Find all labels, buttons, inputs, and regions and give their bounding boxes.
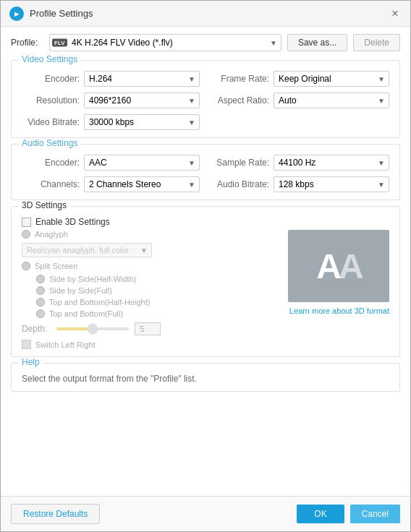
split-option-4-radio[interactable] bbox=[36, 309, 45, 318]
split-option-1-row: Side by Side(Half-Width) bbox=[36, 275, 281, 283]
video-settings-title: Video Settings bbox=[19, 54, 80, 64]
encoder-select[interactable]: H.264 bbox=[84, 71, 200, 87]
frame-rate-row: Frame Rate: Keep Original ▼ bbox=[211, 71, 389, 87]
resolution-label: Resolution: bbox=[22, 95, 80, 106]
frame-rate-select[interactable]: Keep Original bbox=[274, 71, 389, 87]
three-d-inner: Anaglyph Red/cyan anaglyph, full color ▼… bbox=[22, 230, 389, 349]
depth-row: Depth: bbox=[22, 322, 281, 335]
resolution-row: Resolution: 4096*2160 ▼ bbox=[22, 93, 200, 108]
split-screen-radio-row: Split Screen bbox=[22, 262, 281, 270]
audio-encoder-label: Encoder: bbox=[22, 158, 80, 168]
anaglyph-select-wrapper: Red/cyan anaglyph, full color ▼ bbox=[22, 243, 152, 257]
frame-rate-label: Frame Rate: bbox=[211, 74, 269, 84]
enable-3d-row: Enable 3D Settings bbox=[22, 217, 389, 227]
split-option-2-label: Side by Side(Full) bbox=[49, 286, 112, 295]
sample-rate-row: Sample Rate: 44100 Hz ▼ bbox=[211, 155, 389, 171]
video-settings-grid: Encoder: H.264 ▼ Frame Rate: Keep Origin… bbox=[22, 71, 389, 130]
audio-encoder-row: Encoder: AAC ▼ bbox=[22, 155, 200, 171]
restore-defaults-button[interactable]: Restore Defaults bbox=[11, 504, 100, 524]
split-sub-options: Side by Side(Half-Width) Side by Side(Fu… bbox=[36, 275, 281, 318]
split-option-3-row: Top and Bottom(Half-Height) bbox=[36, 298, 281, 306]
sample-rate-select-wrapper: 44100 Hz ▼ bbox=[274, 155, 389, 171]
split-screen-radio[interactable] bbox=[22, 262, 30, 270]
video-bitrate-row: Video Bitrate: 30000 kbps ▼ bbox=[22, 114, 200, 130]
dialog-title: Profile Settings bbox=[30, 8, 383, 19]
frame-rate-select-wrapper: Keep Original ▼ bbox=[274, 71, 389, 87]
anaglyph-radio[interactable] bbox=[22, 230, 30, 239]
channels-label: Channels: bbox=[22, 179, 80, 189]
aa-text: AA bbox=[316, 246, 360, 286]
audio-bitrate-select[interactable]: 128 kbps bbox=[274, 176, 389, 192]
three-d-settings-title: 3D Settings bbox=[19, 200, 69, 210]
svg-text:▶: ▶ bbox=[14, 11, 20, 17]
title-bar: ▶ Profile Settings × bbox=[1, 1, 410, 27]
anaglyph-label: Anaglyph bbox=[35, 230, 68, 239]
encoder-row: Encoder: H.264 ▼ bbox=[22, 71, 200, 87]
split-option-1-radio[interactable] bbox=[36, 275, 45, 283]
three-d-settings-section: 3D Settings Enable 3D Settings Anaglyph bbox=[11, 206, 400, 357]
switch-lr-label: Switch Left Right bbox=[35, 340, 96, 349]
three-d-preview-panel: AA Learn more about 3D format bbox=[288, 230, 389, 349]
aspect-ratio-select-wrapper: Auto ▼ bbox=[274, 93, 389, 108]
split-option-4-label: Top and Bottom(Full) bbox=[49, 309, 123, 318]
enable-3d-label: Enable 3D Settings bbox=[35, 217, 110, 227]
video-bitrate-label: Video Bitrate: bbox=[22, 117, 80, 127]
profile-format-icon: FLV bbox=[52, 39, 67, 47]
split-option-3-radio[interactable] bbox=[36, 298, 45, 306]
split-screen-label: Split Screen bbox=[35, 262, 77, 270]
profile-select[interactable]: 4K H.264 FLV Video (*.flv) bbox=[49, 34, 281, 51]
profile-row: Profile: FLV 4K H.264 FLV Video (*.flv) … bbox=[11, 34, 400, 51]
profile-label: Profile: bbox=[11, 38, 43, 48]
encoder-label: Encoder: bbox=[22, 74, 80, 84]
audio-bitrate-row: Audio Bitrate: 128 kbps ▼ bbox=[211, 176, 389, 192]
encoder-select-wrapper: H.264 ▼ bbox=[84, 71, 200, 87]
audio-settings-section: Audio Settings Encoder: AAC ▼ Sample Rat… bbox=[11, 144, 400, 200]
aspect-ratio-label: Aspect Ratio: bbox=[211, 95, 269, 106]
anaglyph-radio-row: Anaglyph bbox=[22, 230, 281, 239]
switch-lr-checkbox[interactable] bbox=[22, 340, 31, 349]
audio-bitrate-select-wrapper: 128 kbps ▼ bbox=[274, 176, 389, 192]
dialog-content: Profile: FLV 4K H.264 FLV Video (*.flv) … bbox=[1, 27, 410, 496]
channels-select[interactable]: 2 Channels Stereo bbox=[84, 176, 200, 192]
learn-more-link[interactable]: Learn more about 3D format bbox=[288, 306, 389, 315]
profile-settings-dialog: ▶ Profile Settings × Profile: FLV 4K H.2… bbox=[0, 0, 411, 532]
depth-slider bbox=[56, 327, 129, 330]
help-section: Help Select the output format from the "… bbox=[11, 363, 400, 392]
close-button[interactable]: × bbox=[389, 7, 402, 20]
split-option-1-label: Side by Side(Half-Width) bbox=[49, 275, 136, 283]
audio-encoder-select[interactable]: AAC bbox=[84, 155, 200, 171]
split-option-2-row: Side by Side(Full) bbox=[36, 286, 281, 295]
footer: Restore Defaults OK Cancel bbox=[1, 496, 410, 531]
audio-settings-grid: Encoder: AAC ▼ Sample Rate: 44100 Hz bbox=[22, 155, 389, 192]
enable-3d-checkbox[interactable] bbox=[22, 218, 31, 227]
resolution-select-wrapper: 4096*2160 ▼ bbox=[84, 93, 200, 108]
sample-rate-select[interactable]: 44100 Hz bbox=[274, 155, 389, 171]
resolution-select[interactable]: 4096*2160 bbox=[84, 93, 200, 108]
help-text: Select the output format from the "Profi… bbox=[22, 374, 389, 384]
profile-select-wrapper: FLV 4K H.264 FLV Video (*.flv) ▼ bbox=[49, 34, 281, 51]
video-settings-section: Video Settings Encoder: H.264 ▼ Frame Ra… bbox=[11, 60, 400, 138]
sample-rate-label: Sample Rate: bbox=[211, 158, 269, 168]
cancel-button[interactable]: Cancel bbox=[350, 505, 400, 523]
aspect-ratio-row: Aspect Ratio: Auto ▼ bbox=[211, 93, 389, 108]
split-option-4-row: Top and Bottom(Full) bbox=[36, 309, 281, 318]
audio-bitrate-label: Audio Bitrate: bbox=[211, 179, 269, 189]
app-icon: ▶ bbox=[9, 7, 24, 21]
delete-button[interactable]: Delete bbox=[353, 34, 400, 51]
split-option-2-radio[interactable] bbox=[36, 286, 45, 295]
footer-right-buttons: OK Cancel bbox=[297, 505, 400, 523]
video-bitrate-select-wrapper: 30000 kbps ▼ bbox=[84, 114, 200, 130]
split-option-3-label: Top and Bottom(Half-Height) bbox=[49, 298, 150, 306]
switch-row: Switch Left Right bbox=[22, 340, 281, 349]
video-bitrate-select[interactable]: 30000 kbps bbox=[84, 114, 200, 130]
aspect-ratio-select[interactable]: Auto bbox=[274, 93, 389, 108]
audio-encoder-select-wrapper: AAC ▼ bbox=[84, 155, 200, 171]
channels-row: Channels: 2 Channels Stereo ▼ bbox=[22, 176, 200, 192]
audio-settings-title: Audio Settings bbox=[19, 138, 80, 148]
aa-preview: AA bbox=[288, 230, 389, 302]
channels-select-wrapper: 2 Channels Stereo ▼ bbox=[84, 176, 200, 192]
three-d-controls: Anaglyph Red/cyan anaglyph, full color ▼… bbox=[22, 230, 281, 349]
ok-button[interactable]: OK bbox=[297, 505, 344, 523]
save-as-button[interactable]: Save as... bbox=[287, 34, 347, 51]
depth-label: Depth: bbox=[22, 324, 51, 334]
